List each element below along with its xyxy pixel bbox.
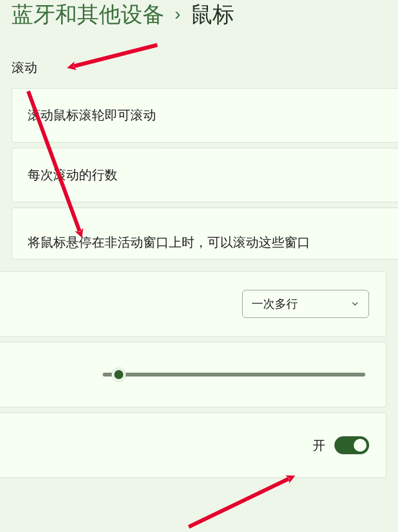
setting-row-toggle: 开	[0, 412, 386, 478]
setting-label: 将鼠标悬停在非活动窗口上时，可以滚动这些窗口	[28, 235, 310, 249]
lines-slider[interactable]	[103, 373, 365, 377]
settings-card-stack: 滚动鼠标滚轮即可滚动 每次滚动的行数 将鼠标悬停在非活动窗口上时，可以滚动这些窗…	[0, 88, 398, 260]
hover-scroll-toggle[interactable]	[334, 436, 369, 454]
setting-row-slider	[0, 342, 386, 407]
top-settings-panel: 蓝牙和其他设备 › 鼠标 滚动 滚动鼠标滚轮即可滚动 每次滚动的行数 将鼠标悬停…	[0, 0, 398, 265]
setting-row-scroll-wheel[interactable]: 滚动鼠标滚轮即可滚动	[12, 88, 398, 143]
section-label-scroll: 滚动	[0, 32, 398, 88]
setting-label: 每次滚动的行数	[28, 168, 117, 182]
slider-thumb[interactable]	[112, 368, 126, 382]
breadcrumb: 蓝牙和其他设备 › 鼠标	[0, 0, 398, 32]
setting-row-dropdown: 一次多行	[0, 271, 386, 337]
setting-row-lines-per-scroll[interactable]: 每次滚动的行数	[12, 148, 398, 202]
setting-row-hover-inactive[interactable]: 将鼠标悬停在非活动窗口上时，可以滚动这些窗口	[12, 208, 398, 260]
scroll-mode-dropdown[interactable]: 一次多行	[242, 290, 369, 318]
bottom-settings-panel: 一次多行 开	[0, 265, 398, 532]
chevron-right-icon: ›	[175, 4, 180, 26]
setting-label: 滚动鼠标滚轮即可滚动	[28, 108, 156, 122]
toggle-knob	[354, 439, 367, 452]
breadcrumb-parent[interactable]: 蓝牙和其他设备	[12, 0, 164, 30]
toggle-wrap: 开	[313, 436, 369, 454]
breadcrumb-current: 鼠标	[191, 0, 234, 30]
dropdown-value: 一次多行	[252, 296, 298, 312]
chevron-down-icon	[350, 299, 359, 308]
toggle-label: 开	[313, 437, 325, 454]
